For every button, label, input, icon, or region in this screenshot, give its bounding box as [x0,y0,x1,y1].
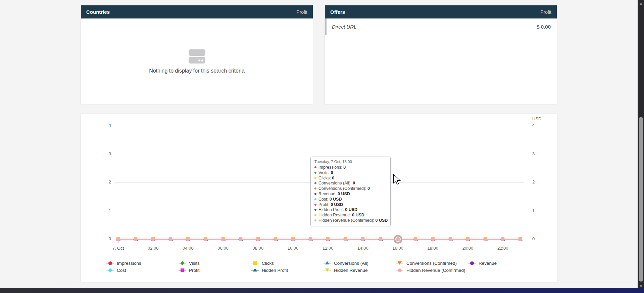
hover-halo[interactable] [394,235,402,244]
chart-marker[interactable] [483,237,488,242]
legend-marker [324,261,331,265]
chart-marker[interactable] [448,237,453,242]
countries-empty-state: Nothing to display for this search crite… [81,18,313,74]
tooltip-bullet [314,214,316,216]
tooltip-row: Hidden Revenue (Confirmed): 0 USD [314,218,387,223]
legend-label: Impressions [117,261,141,266]
tooltip-label: Hidden Revenue: [318,213,352,217]
legend-marker [251,268,259,273]
tooltip-bullet [314,209,316,211]
legend-item-hidden-revenue[interactable]: Hidden Revenue [324,267,368,274]
vertical-scrollbar[interactable] [638,0,644,293]
y-axis-label-left: 4 [92,123,111,128]
y-axis-label-right: 4 [532,123,552,128]
tooltip-value: 0 USD [376,218,388,223]
legend-item-visits[interactable]: Visits [179,260,200,266]
legend-marker [179,261,186,265]
chart-marker[interactable] [186,237,190,242]
legend-label: Hidden Revenue (Confirmed) [406,268,465,273]
chart-marker[interactable] [413,237,418,242]
tooltip-label: Visits: [318,170,331,175]
tooltip-value: 0 USD [345,207,357,212]
legend-marker [106,268,114,273]
legend-marker [251,261,259,265]
tooltip-label: Profit: [318,202,331,207]
arrow-down-icon [639,285,643,287]
tooltip-label: Clicks: [318,176,332,180]
legend-label: Visits [189,261,200,266]
legend-item-impressions[interactable]: Impressions [106,260,141,266]
legend-label: Hidden Revenue [334,268,368,273]
chart-marker[interactable] [500,237,505,242]
arrow-up-icon [639,3,643,5]
gridline [114,154,524,154]
tooltip-bullet [314,187,316,190]
page-bottom-bar [0,288,644,293]
legend-item-hidden-revenue-confirmed[interactable]: Hidden Revenue (Confirmed) [396,267,465,274]
chart-marker[interactable] [518,237,523,242]
chart-marker[interactable] [116,237,120,242]
y-axis-label-left: 3 [92,151,111,156]
legend-item-conversions-all[interactable]: Conversions (All) [324,260,368,266]
x-axis-label: 04:00 [174,246,202,251]
tooltip-header: Tuesday, 7 Oct, 16:00 [314,160,387,164]
chart-marker[interactable] [203,237,208,242]
y-axis-label-right: 3 [532,151,552,156]
tooltip-value: 0 USD [330,197,342,202]
tooltip-value: 0 [343,165,346,170]
chart-marker[interactable] [168,237,173,242]
legend-label: Conversions (Confirmed) [406,261,457,266]
tooltip-value: 0 [367,186,370,191]
legend-marker [396,268,403,273]
tooltip-row: Visits: 0 [314,170,387,176]
tooltip-label: Impressions: [318,165,343,170]
chart-marker[interactable] [360,237,365,242]
chart-marker-hovered[interactable] [396,237,400,242]
countries-empty-text: Nothing to display for this search crite… [149,68,245,74]
tooltip-label: Hidden Revenue (Confirmed): [318,218,376,223]
tooltip-row: Impressions: 0 [314,165,387,170]
scrollbar-thumb[interactable] [639,117,643,282]
chart-marker[interactable] [133,237,138,242]
chart-marker[interactable] [431,237,435,242]
chart-marker[interactable] [308,237,313,242]
legend-label: Conversions (All) [334,261,368,266]
legend-item-profit[interactable]: Profit [179,267,200,274]
x-axis-label: 10:00 [279,246,307,251]
x-axis-label: 20:00 [454,246,482,251]
countries-panel: Countries Profit Nothing to display for … [81,5,313,104]
chart-marker[interactable] [238,237,243,242]
chart-marker[interactable] [273,237,278,242]
x-axis-label: 18:00 [419,246,447,251]
chart-marker[interactable] [221,237,226,242]
offer-row-accent [325,18,327,35]
legend-marker [179,268,186,273]
chart-marker[interactable] [326,237,330,242]
legend-item-clicks[interactable]: Clicks [251,260,274,266]
offers-panel: Offers Profit Direct URL $ 0.00 [325,5,557,104]
chart-marker[interactable] [378,237,383,242]
gridline [114,126,524,126]
chart-marker[interactable] [291,237,295,242]
offer-row-direct-url[interactable]: Direct URL $ 0.00 [325,18,557,35]
legend-item-hidden-profit[interactable]: Hidden Profit [251,267,288,274]
chart-marker[interactable] [151,237,155,242]
legend-item-cost[interactable]: Cost [106,267,126,274]
chart-marker[interactable] [256,237,260,242]
legend-label: Profit [189,268,200,273]
series-line [116,239,522,240]
x-axis-label: 22:00 [489,246,517,251]
tooltip-row: Hidden Profit: 0 USD [314,207,387,213]
chart-marker[interactable] [465,237,470,242]
scrollbar-up-button[interactable] [638,1,644,6]
legend-label: Cost [117,268,126,273]
legend-label: Hidden Profit [262,268,288,273]
tooltip-bullet [314,219,316,221]
tooltip-value: 0 [332,176,334,180]
legend-item-conversions-confirmed[interactable]: Conversions (Confirmed) [396,260,457,266]
tooltip-value: 0 [353,181,355,185]
y-axis-label-left: 0 [92,236,111,241]
legend-item-revenue[interactable]: Revenue [468,260,497,266]
chart-marker[interactable] [343,237,348,242]
offers-metric-label: Profit [540,9,551,15]
